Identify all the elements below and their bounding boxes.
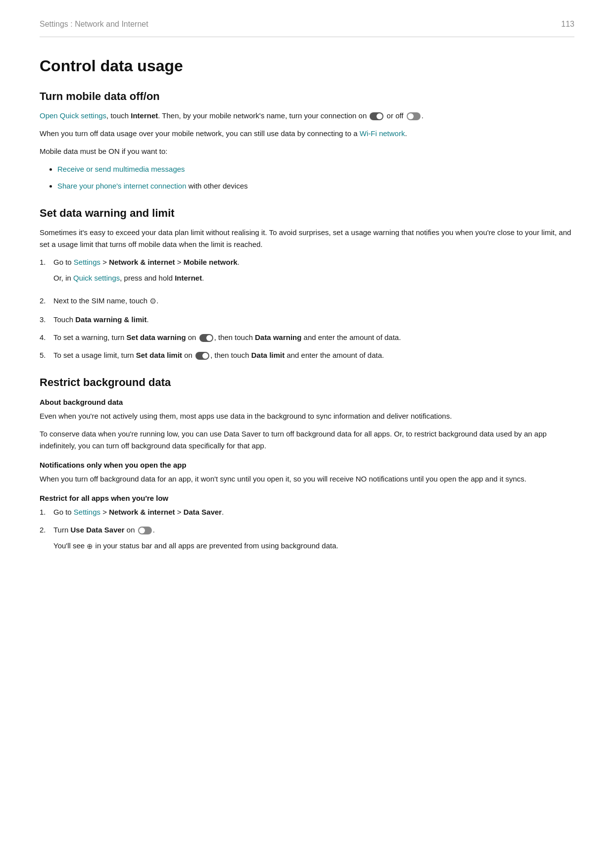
section-heading-restrict: Restrict background data [40,376,574,389]
turn-mobile-para-1: Open Quick settings, touch Internet. The… [40,110,574,122]
subheading-about-bg: About background data [40,398,574,406]
restrict-step-1-content: Go to Settings > Network & internet > Da… [53,506,574,518]
about-bg-para-1: Even when you're not actively using them… [40,410,574,422]
turn-mobile-para-2: When you turn off data usage over your m… [40,128,574,140]
data-warning-intro: Sometimes it's easy to exceed your data … [40,227,574,250]
data-saver-status-icon: ⊕ [87,540,93,552]
step-number-4: 4. [40,332,53,343]
toggle-on-icon [370,112,383,120]
bullet-item-share: Share your phone's internet connection w… [57,180,574,192]
main-title: Control data usage [40,57,574,75]
mobile-data-bullets: Receive or send multimedia messages Shar… [40,163,574,192]
step-5-content: To set a usage limit, turn Set data limi… [53,349,574,361]
step-3-content: Touch Data warning & limit. [53,314,574,326]
toggle-on-green-2 [195,352,209,360]
restrict-step-1: 1. Go to Settings > Network & internet >… [40,506,574,518]
step-1-content: Go to Settings > Network & internet > Mo… [53,256,574,289]
step-5: 5. To set a usage limit, turn Set data l… [40,349,574,361]
restrict-step-number-2: 2. [40,524,53,552]
turn-mobile-para-3: Mobile data must be ON if you want to: [40,145,574,157]
restrict-step-number-1: 1. [40,506,53,518]
toggle-on-green-1 [199,334,213,342]
settings-link-3[interactable]: Settings [74,508,100,516]
restrict-all-steps: 1. Go to Settings > Network & internet >… [40,506,574,552]
data-warning-steps: 1. Go to Settings > Network & internet >… [40,256,574,361]
restrict-step-2-sub: You'll see ⊕ in your status bar and all … [53,540,574,552]
step-number-2: 2. [40,295,53,308]
quick-settings-link-2[interactable]: Quick settings [73,274,120,282]
header-divider [40,37,574,37]
step-1-sub: Or, in Quick settings, press and hold In… [53,272,574,284]
about-bg-para-2: To conserve data when you're running low… [40,428,574,452]
open-quick-settings-link[interactable]: Open Quick settings [40,111,106,120]
share-connection-link[interactable]: Share your phone's internet connection [57,182,187,190]
subheading-notif-only: Notifications only when you open the app [40,461,574,469]
subheading-restrict-all: Restrict for all apps when you're low [40,494,574,502]
page-number: 113 [561,20,574,29]
toggle-off-icon [407,112,421,120]
section-heading-data-warning: Set data warning and limit [40,207,574,220]
step-4-content: To set a warning, turn Set data warning … [53,332,574,343]
gear-icon: ⚙ [149,295,156,308]
wifi-network-link[interactable]: Wi-Fi network [360,129,405,138]
step-4: 4. To set a warning, turn Set data warni… [40,332,574,343]
step-1: 1. Go to Settings > Network & internet >… [40,256,574,289]
section-heading-turn-mobile: Turn mobile data off/on [40,90,574,103]
toggle-datasaver [138,527,152,534]
notif-only-para: When you turn off background data for an… [40,473,574,485]
multimedia-messages-link[interactable]: Receive or send multimedia messages [57,165,185,173]
step-3: 3. Touch Data warning & limit. [40,314,574,326]
step-number-1: 1. [40,256,53,289]
settings-link-1[interactable]: Settings [74,258,100,266]
page-header-title: Settings : Network and Internet [40,20,148,29]
step-2: 2. Next to the SIM name, touch ⚙. [40,295,574,308]
restrict-step-2: 2. Turn Use Data Saver on . You'll see ⊕… [40,524,574,552]
step-number-3: 3. [40,314,53,326]
restrict-step-2-content: Turn Use Data Saver on . You'll see ⊕ in… [53,524,574,552]
step-2-content: Next to the SIM name, touch ⚙. [53,295,574,308]
step-number-5: 5. [40,349,53,361]
page-header: Settings : Network and Internet 113 [40,20,574,29]
step-1-text: Go to Settings > Network & internet > Mo… [53,258,239,266]
bullet-item-multimedia: Receive or send multimedia messages [57,163,574,175]
